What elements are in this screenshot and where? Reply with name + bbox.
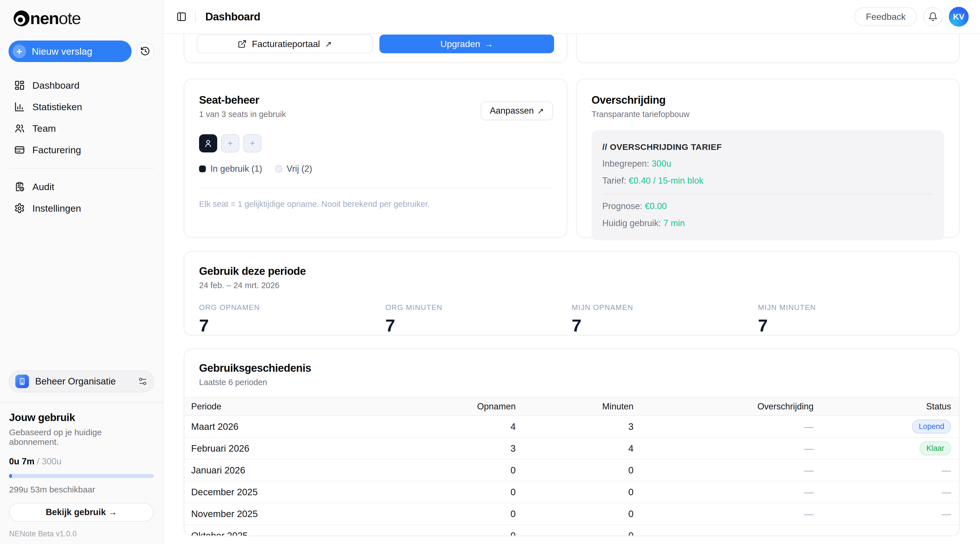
stat-mijn-opnamen: MIJN OPNAMEN 7 <box>572 303 758 335</box>
legend-free: Vrij (2) <box>275 164 312 174</box>
stat-value: 7 <box>572 316 758 335</box>
usage-current: 0u 7m <box>9 457 35 466</box>
dashboard-icon <box>14 80 25 90</box>
sidebar-item-label: Statistieken <box>32 102 82 113</box>
sidebar-item-facturering[interactable]: Facturering <box>8 139 154 161</box>
cell-period: Maart 2026 <box>184 416 388 438</box>
table-row: November 2025 0 0 — — <box>184 503 959 525</box>
period-card-title: Gebruik deze periode <box>199 265 944 278</box>
cell-period: Oktober 2025 <box>184 525 388 536</box>
plus-icon: + <box>250 138 255 148</box>
usage-total: 300u <box>42 457 61 466</box>
cell-overschrijding: — <box>641 503 821 525</box>
sidebar-item-audit[interactable]: Audit <box>8 176 154 197</box>
stat-label: ORG MINUTEN <box>385 303 572 312</box>
usage-summary: Jouw gebruik Gebaseerd op je huidige abo… <box>8 403 154 544</box>
cell-period: November 2025 <box>184 503 388 525</box>
table-row: December 2025 0 0 — — <box>184 481 959 503</box>
cell-status: — <box>821 525 959 536</box>
table-header-row: Periode Opnamen Minuten Overschrijding S… <box>184 398 959 416</box>
org-switcher-label: Beheer Organisatie <box>35 376 132 387</box>
seat-management-card: Seat-beheer 1 van 3 seats in gebruik Aan… <box>184 79 567 238</box>
period-stats: ORG OPNAMEN 7 ORG MINUTEN 7 MIJN OPNAMEN… <box>199 303 944 335</box>
stat-org-minuten: ORG MINUTEN 7 <box>385 303 572 335</box>
sidebar-toggle-icon[interactable] <box>177 12 186 22</box>
organization-icon <box>15 374 29 388</box>
seats-adjust-button[interactable]: Aanpassen ↗ <box>480 102 553 120</box>
stat-mijn-minuten: MIJN MINUTEN 7 <box>758 303 944 335</box>
seat-tile-free[interactable]: + <box>221 134 239 152</box>
overage-card-title: Overschrijding <box>592 94 944 106</box>
logo-text-light: ote <box>59 9 81 28</box>
usage-progress-bar <box>9 474 154 478</box>
column-periode: Periode <box>184 398 388 416</box>
avatar[interactable]: KV <box>949 7 969 27</box>
sidebar-item-instellingen[interactable]: Instellingen <box>8 197 154 219</box>
table-row: Maart 2026 4 3 — Lopend <box>184 416 959 438</box>
overage-rate-label: Tarief: <box>602 176 628 186</box>
topbar: Dashboard Feedback KV <box>163 0 980 34</box>
main-content: Facturatieportaal ↗ Upgraden → Seat-behe… <box>163 34 980 544</box>
column-overschrijding: Overschrijding <box>641 398 821 416</box>
overage-box-divider <box>602 194 934 194</box>
overage-forecast-label: Prognose: <box>602 201 645 211</box>
right-arrow-icon: → <box>484 39 493 49</box>
cell-status: — <box>821 503 959 525</box>
overage-box-title: // OVERSCHRIJDING TARIEF <box>602 142 934 152</box>
stat-value: 7 <box>385 316 572 335</box>
cell-minuten: 4 <box>524 438 641 459</box>
seat-legend: In gebruik (1) Vrij (2) <box>199 164 552 174</box>
overage-rate-line: Tarief: €0.40 / 15-min blok <box>602 176 934 186</box>
usage-subtitle: Gebaseerd op je huidige abonnement. <box>9 428 154 447</box>
logo-icon <box>14 11 30 26</box>
stat-label: MIJN MINUTEN <box>758 303 944 312</box>
credit-card-icon <box>14 144 25 155</box>
stat-value: 7 <box>199 316 385 335</box>
legend-used-label: In gebruik (1) <box>210 164 262 174</box>
legend-free-swatch <box>275 165 282 172</box>
app-logo: nenote <box>8 0 154 38</box>
notifications-button[interactable] <box>923 7 943 26</box>
table-row: Januari 2026 0 0 — — <box>184 459 959 481</box>
feedback-button[interactable]: Feedback <box>854 7 917 26</box>
history-icon <box>140 46 150 56</box>
gear-icon <box>14 203 25 214</box>
seat-tile-free[interactable]: + <box>243 134 261 152</box>
cell-overschrijding: — <box>641 525 821 536</box>
cell-minuten: 0 <box>524 503 641 525</box>
external-link-icon <box>238 40 247 48</box>
user-icon <box>204 139 213 148</box>
clipboard-clock-icon <box>14 181 25 192</box>
org-switcher[interactable]: Beheer Organisatie <box>8 370 154 392</box>
usage-history-table: Periode Opnamen Minuten Overschrijding S… <box>184 397 959 536</box>
overage-forecast-value: €0.00 <box>645 201 667 211</box>
upgrade-button[interactable]: Upgraden → <box>379 35 554 53</box>
sidebar-item-label: Facturering <box>32 144 81 155</box>
sidebar-item-statistieken[interactable]: Statistieken <box>8 96 154 117</box>
sidebar-item-team[interactable]: Team <box>8 117 154 139</box>
cell-period: Januari 2026 <box>184 459 388 481</box>
sidebar-item-dashboard[interactable]: Dashboard <box>8 75 154 96</box>
ne-arrow-icon: ↗ <box>537 106 544 116</box>
overage-current-label: Huidig gebruik: <box>602 218 663 228</box>
history-button[interactable] <box>136 42 154 60</box>
new-report-button[interactable]: + Nieuw verslag <box>8 41 132 62</box>
sidebar-divider <box>9 168 154 168</box>
overage-current-line: Huidig gebruik: 7 min <box>602 218 934 228</box>
bar-chart-icon <box>14 102 25 112</box>
seats-adjust-label: Aanpassen <box>490 106 534 116</box>
usage-available: 299u 53m beschikbaar <box>9 485 154 495</box>
cell-overschrijding: — <box>641 459 821 481</box>
cell-period: Februari 2026 <box>184 438 388 459</box>
billing-portal-button[interactable]: Facturatieportaal ↗ <box>197 35 372 53</box>
app-version: NENote Beta v1.0.0 <box>9 530 154 544</box>
sliders-icon <box>138 377 148 386</box>
period-usage-card: Gebruik deze periode 24 feb. – 24 mrt. 2… <box>184 251 959 335</box>
legend-free-label: Vrij (2) <box>287 164 312 174</box>
legend-used: In gebruik (1) <box>199 164 262 174</box>
upgrade-label: Upgraden <box>441 39 480 49</box>
overage-rate-box: // OVERSCHRIJDING TARIEF Inbegrepen: 300… <box>592 130 944 240</box>
usage-history-card: Gebruiksgeschiedenis Laatste 6 perioden … <box>184 349 959 536</box>
cell-status: — <box>821 481 959 503</box>
view-usage-button[interactable]: Bekijk gebruik → <box>9 503 154 522</box>
